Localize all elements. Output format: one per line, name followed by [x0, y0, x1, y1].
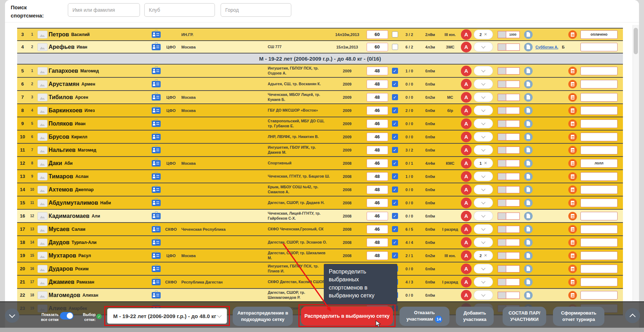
- status-a-badge[interactable]: А: [461, 158, 472, 169]
- receipt-icon[interactable]: [568, 199, 577, 207]
- id-card-icon[interactable]: [152, 239, 161, 246]
- payment-progress[interactable]: [498, 199, 520, 206]
- payment-progress[interactable]: [498, 107, 520, 114]
- comment-input[interactable]: лолл: [580, 159, 618, 168]
- comment-input[interactable]: [580, 93, 618, 102]
- id-card-icon[interactable]: [152, 68, 161, 74]
- status-a-badge[interactable]: А: [461, 237, 472, 248]
- id-card-icon[interactable]: [152, 147, 161, 153]
- grid-number-select[interactable]: 1✕: [474, 158, 493, 168]
- comment-input[interactable]: [580, 225, 618, 234]
- payment-progress[interactable]: [498, 67, 520, 75]
- photo-placeholder-icon[interactable]: [37, 199, 47, 207]
- select-athlete-checkbox[interactable]: ✓: [392, 160, 398, 166]
- status-a-badge[interactable]: А: [461, 29, 472, 40]
- grid-number-select[interactable]: [474, 132, 493, 142]
- status-a-badge[interactable]: А: [461, 92, 472, 103]
- payment-progress[interactable]: [498, 226, 520, 233]
- status-a-badge[interactable]: А: [461, 198, 472, 208]
- receipt-icon[interactable]: [568, 291, 577, 300]
- status-a-badge[interactable]: А: [461, 171, 472, 182]
- weight-input[interactable]: 46: [367, 159, 388, 168]
- weight-input[interactable]: 46: [367, 106, 388, 115]
- photo-placeholder-icon[interactable]: [37, 31, 47, 39]
- photo-placeholder-icon[interactable]: [37, 67, 47, 75]
- id-card-icon[interactable]: [152, 107, 161, 114]
- photo-placeholder-icon[interactable]: [37, 239, 47, 246]
- comment-input[interactable]: [580, 172, 618, 181]
- grid-number-select[interactable]: [474, 264, 493, 274]
- status-a-badge[interactable]: А: [461, 105, 472, 116]
- status-a-badge[interactable]: А: [461, 42, 472, 52]
- status-a-badge[interactable]: А: [461, 79, 472, 90]
- weight-input[interactable]: 46: [367, 119, 388, 128]
- photo-placeholder-icon[interactable]: [37, 107, 47, 114]
- payment-progress[interactable]: [498, 160, 520, 167]
- document-icon[interactable]: [524, 133, 533, 141]
- grid-number-select[interactable]: [474, 145, 493, 155]
- payment-progress[interactable]: [498, 279, 520, 286]
- weight-input[interactable]: 46: [367, 225, 388, 234]
- comment-input[interactable]: [580, 119, 618, 128]
- payment-progress[interactable]: 1000: [498, 31, 520, 38]
- payment-progress[interactable]: [498, 44, 520, 51]
- weight-input[interactable]: 48: [367, 80, 388, 88]
- status-a-badge[interactable]: А: [461, 132, 472, 142]
- receipt-icon[interactable]: [568, 225, 577, 234]
- comment-input[interactable]: [580, 238, 618, 247]
- grid-number-select[interactable]: 2✕: [474, 251, 493, 260]
- photo-placeholder-icon[interactable]: [37, 80, 47, 88]
- comment-input[interactable]: [580, 133, 618, 141]
- id-card-icon[interactable]: [152, 187, 161, 193]
- document-icon[interactable]: [524, 278, 533, 286]
- status-a-badge[interactable]: А: [461, 66, 472, 76]
- receipt-icon[interactable]: [568, 30, 577, 39]
- status-a-badge[interactable]: А: [461, 224, 472, 235]
- grid-number-select[interactable]: [474, 79, 493, 89]
- scrollbar-track[interactable]: [633, 25, 639, 301]
- document-icon[interactable]: [524, 67, 533, 75]
- document-icon[interactable]: [524, 172, 533, 181]
- weight-input[interactable]: 48: [367, 67, 388, 75]
- club-input[interactable]: [144, 3, 215, 17]
- receipt-icon[interactable]: [568, 238, 577, 247]
- weight-input[interactable]: 48: [367, 185, 388, 194]
- pairs-roster-button[interactable]: СОСТАВ ПАР/УЧАСТНИКИ: [503, 307, 546, 326]
- comment-input[interactable]: [580, 146, 618, 154]
- collapse-toolbar-button[interactable]: [5, 308, 19, 323]
- auto-distribute-button[interactable]: Автораспределение в подходящую сетку: [233, 307, 293, 326]
- receipt-icon[interactable]: [568, 146, 577, 154]
- search-input[interactable]: [68, 3, 140, 17]
- grid-number-select[interactable]: [474, 237, 493, 247]
- photo-placeholder-icon[interactable]: [37, 120, 47, 128]
- payment-progress[interactable]: [498, 133, 520, 141]
- select-athlete-checkbox[interactable]: ✓: [392, 226, 398, 232]
- comment-input[interactable]: [580, 212, 618, 220]
- grid-number-select[interactable]: 2✕: [474, 30, 493, 39]
- id-card-icon[interactable]: [152, 173, 161, 180]
- reject-participants-button[interactable]: Отказать участникам14: [399, 307, 449, 326]
- photo-placeholder-icon[interactable]: [37, 265, 47, 273]
- receipt-icon[interactable]: [568, 119, 577, 128]
- photo-placeholder-icon[interactable]: [37, 291, 47, 299]
- select-athlete-checkbox[interactable]: ✓: [392, 94, 398, 100]
- document-icon[interactable]: [524, 185, 533, 194]
- receipt-icon[interactable]: [568, 278, 577, 286]
- photo-placeholder-icon[interactable]: [37, 159, 47, 167]
- comment-input[interactable]: [580, 251, 618, 260]
- status-a-badge[interactable]: А: [461, 211, 472, 221]
- select-athlete-checkbox[interactable]: ✓: [392, 147, 398, 153]
- document-icon[interactable]: [524, 265, 533, 273]
- id-card-icon[interactable]: [152, 121, 161, 127]
- payment-progress[interactable]: [498, 292, 520, 299]
- weight-input[interactable]: 48: [367, 238, 388, 247]
- select-athlete-checkbox[interactable]: [392, 31, 398, 37]
- weight-input[interactable]: 60: [367, 43, 388, 51]
- status-a-badge[interactable]: А: [461, 277, 472, 287]
- payment-progress[interactable]: [498, 252, 520, 259]
- id-card-icon[interactable]: [152, 31, 161, 38]
- id-card-icon[interactable]: [152, 279, 161, 285]
- weight-input[interactable]: 48: [367, 93, 388, 102]
- receipt-icon[interactable]: [568, 80, 577, 88]
- document-icon[interactable]: [524, 238, 533, 247]
